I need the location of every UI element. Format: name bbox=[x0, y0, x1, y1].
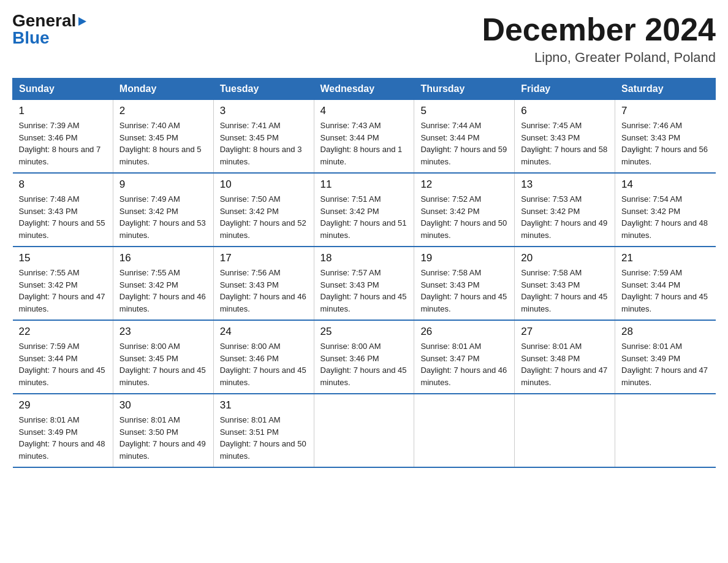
calendar-cell: 1 Sunrise: 7:39 AM Sunset: 3:46 PM Dayli… bbox=[13, 100, 113, 174]
calendar-cell: 2 Sunrise: 7:40 AM Sunset: 3:45 PM Dayli… bbox=[113, 100, 213, 174]
day-info: Sunrise: 7:49 AM Sunset: 3:42 PM Dayligh… bbox=[119, 193, 207, 241]
day-info: Sunrise: 8:01 AM Sunset: 3:47 PM Dayligh… bbox=[420, 340, 508, 388]
day-info: Sunrise: 7:50 AM Sunset: 3:42 PM Dayligh… bbox=[220, 193, 308, 241]
day-number: 22 bbox=[19, 326, 107, 338]
calendar-cell: 29 Sunrise: 8:01 AM Sunset: 3:49 PM Dayl… bbox=[13, 394, 113, 467]
day-number: 25 bbox=[320, 326, 408, 338]
calendar-cell: 13 Sunrise: 7:53 AM Sunset: 3:42 PM Dayl… bbox=[515, 173, 615, 247]
calendar-cell: 9 Sunrise: 7:49 AM Sunset: 3:42 PM Dayli… bbox=[113, 173, 213, 247]
calendar-cell: 21 Sunrise: 7:59 AM Sunset: 3:44 PM Dayl… bbox=[615, 247, 716, 320]
day-info: Sunrise: 8:00 AM Sunset: 3:46 PM Dayligh… bbox=[220, 340, 308, 388]
logo-general-text: General bbox=[12, 12, 76, 29]
calendar-cell: 23 Sunrise: 8:00 AM Sunset: 3:45 PM Dayl… bbox=[113, 320, 213, 394]
day-info: Sunrise: 8:01 AM Sunset: 3:49 PM Dayligh… bbox=[19, 414, 107, 462]
day-number: 19 bbox=[420, 252, 508, 264]
calendar-cell: 16 Sunrise: 7:55 AM Sunset: 3:42 PM Dayl… bbox=[113, 247, 213, 320]
calendar-cell: 26 Sunrise: 8:01 AM Sunset: 3:47 PM Dayl… bbox=[414, 320, 515, 394]
day-number: 16 bbox=[119, 252, 207, 264]
calendar-cell: 5 Sunrise: 7:44 AM Sunset: 3:44 PM Dayli… bbox=[414, 100, 515, 174]
day-info: Sunrise: 7:58 AM Sunset: 3:43 PM Dayligh… bbox=[420, 267, 508, 315]
calendar-week-row: 8 Sunrise: 7:48 AM Sunset: 3:43 PM Dayli… bbox=[13, 173, 716, 247]
calendar-cell: 24 Sunrise: 8:00 AM Sunset: 3:46 PM Dayl… bbox=[213, 320, 314, 394]
day-info: Sunrise: 8:00 AM Sunset: 3:46 PM Dayligh… bbox=[320, 340, 408, 388]
day-info: Sunrise: 7:53 AM Sunset: 3:42 PM Dayligh… bbox=[521, 193, 609, 241]
logo-triangle-icon bbox=[78, 17, 86, 26]
day-number: 29 bbox=[19, 399, 107, 412]
calendar-cell: 17 Sunrise: 7:56 AM Sunset: 3:43 PM Dayl… bbox=[213, 247, 314, 320]
day-number: 28 bbox=[621, 326, 709, 338]
day-info: Sunrise: 7:46 AM Sunset: 3:43 PM Dayligh… bbox=[621, 120, 709, 167]
day-info: Sunrise: 7:39 AM Sunset: 3:46 PM Dayligh… bbox=[19, 120, 107, 167]
header-saturday: Saturday bbox=[615, 79, 716, 100]
logo: General Blue bbox=[12, 12, 86, 47]
calendar-cell bbox=[515, 394, 615, 467]
calendar-cell: 25 Sunrise: 8:00 AM Sunset: 3:46 PM Dayl… bbox=[314, 320, 414, 394]
day-info: Sunrise: 7:59 AM Sunset: 3:44 PM Dayligh… bbox=[19, 340, 107, 388]
day-info: Sunrise: 8:01 AM Sunset: 3:48 PM Dayligh… bbox=[521, 340, 609, 388]
calendar-cell bbox=[314, 394, 414, 467]
calendar-cell: 8 Sunrise: 7:48 AM Sunset: 3:43 PM Dayli… bbox=[13, 173, 113, 247]
day-info: Sunrise: 7:41 AM Sunset: 3:45 PM Dayligh… bbox=[220, 120, 308, 167]
day-number: 4 bbox=[320, 105, 408, 117]
calendar-cell: 11 Sunrise: 7:51 AM Sunset: 3:42 PM Dayl… bbox=[314, 173, 414, 247]
day-number: 10 bbox=[220, 178, 308, 191]
day-number: 30 bbox=[119, 399, 207, 412]
day-info: Sunrise: 7:56 AM Sunset: 3:43 PM Dayligh… bbox=[220, 267, 308, 315]
day-info: Sunrise: 7:43 AM Sunset: 3:44 PM Dayligh… bbox=[320, 120, 408, 167]
calendar-cell: 10 Sunrise: 7:50 AM Sunset: 3:42 PM Dayl… bbox=[213, 173, 314, 247]
calendar-cell: 28 Sunrise: 8:01 AM Sunset: 3:49 PM Dayl… bbox=[615, 320, 716, 394]
day-info: Sunrise: 8:01 AM Sunset: 3:51 PM Dayligh… bbox=[220, 414, 308, 462]
header-tuesday: Tuesday bbox=[213, 79, 314, 100]
header: General Blue December 2024 Lipno, Greate… bbox=[12, 12, 716, 66]
day-number: 24 bbox=[220, 326, 308, 338]
day-info: Sunrise: 8:00 AM Sunset: 3:45 PM Dayligh… bbox=[119, 340, 207, 388]
calendar-cell: 19 Sunrise: 7:58 AM Sunset: 3:43 PM Dayl… bbox=[414, 247, 515, 320]
location-title: Lipno, Greater Poland, Poland bbox=[482, 50, 716, 66]
calendar-cell: 22 Sunrise: 7:59 AM Sunset: 3:44 PM Dayl… bbox=[13, 320, 113, 394]
day-info: Sunrise: 7:44 AM Sunset: 3:44 PM Dayligh… bbox=[420, 120, 508, 167]
calendar-cell: 20 Sunrise: 7:58 AM Sunset: 3:43 PM Dayl… bbox=[515, 247, 615, 320]
day-info: Sunrise: 8:01 AM Sunset: 3:49 PM Dayligh… bbox=[621, 340, 709, 388]
day-number: 13 bbox=[521, 178, 609, 191]
day-info: Sunrise: 7:55 AM Sunset: 3:42 PM Dayligh… bbox=[119, 267, 207, 315]
calendar-cell: 15 Sunrise: 7:55 AM Sunset: 3:42 PM Dayl… bbox=[13, 247, 113, 320]
day-number: 23 bbox=[119, 326, 207, 338]
day-info: Sunrise: 7:40 AM Sunset: 3:45 PM Dayligh… bbox=[119, 120, 207, 167]
calendar-cell bbox=[615, 394, 716, 467]
calendar-table: Sunday Monday Tuesday Wednesday Thursday… bbox=[12, 78, 716, 468]
day-number: 8 bbox=[19, 178, 107, 191]
month-title: December 2024 bbox=[482, 12, 716, 47]
calendar-cell: 14 Sunrise: 7:54 AM Sunset: 3:42 PM Dayl… bbox=[615, 173, 716, 247]
logo-blue-text: Blue bbox=[12, 29, 50, 47]
day-number: 1 bbox=[19, 105, 107, 117]
day-number: 9 bbox=[119, 178, 207, 191]
day-info: Sunrise: 7:55 AM Sunset: 3:42 PM Dayligh… bbox=[19, 267, 107, 315]
header-monday: Monday bbox=[113, 79, 213, 100]
day-number: 15 bbox=[19, 252, 107, 264]
weekday-header-row: Sunday Monday Tuesday Wednesday Thursday… bbox=[13, 79, 716, 100]
day-number: 2 bbox=[119, 105, 207, 117]
calendar-week-row: 29 Sunrise: 8:01 AM Sunset: 3:49 PM Dayl… bbox=[13, 394, 716, 467]
calendar-cell: 27 Sunrise: 8:01 AM Sunset: 3:48 PM Dayl… bbox=[515, 320, 615, 394]
day-info: Sunrise: 7:57 AM Sunset: 3:43 PM Dayligh… bbox=[320, 267, 408, 315]
calendar-cell: 3 Sunrise: 7:41 AM Sunset: 3:45 PM Dayli… bbox=[213, 100, 314, 174]
day-number: 27 bbox=[521, 326, 609, 338]
day-info: Sunrise: 7:58 AM Sunset: 3:43 PM Dayligh… bbox=[521, 267, 609, 315]
day-number: 14 bbox=[621, 178, 709, 191]
header-friday: Friday bbox=[515, 79, 615, 100]
day-number: 5 bbox=[420, 105, 508, 117]
calendar-cell: 6 Sunrise: 7:45 AM Sunset: 3:43 PM Dayli… bbox=[515, 100, 615, 174]
day-number: 26 bbox=[420, 326, 508, 338]
day-number: 31 bbox=[220, 399, 308, 412]
day-number: 17 bbox=[220, 252, 308, 264]
day-info: Sunrise: 8:01 AM Sunset: 3:50 PM Dayligh… bbox=[119, 414, 207, 462]
day-number: 7 bbox=[621, 105, 709, 117]
day-info: Sunrise: 7:51 AM Sunset: 3:42 PM Dayligh… bbox=[320, 193, 408, 241]
day-info: Sunrise: 7:45 AM Sunset: 3:43 PM Dayligh… bbox=[521, 120, 609, 167]
header-sunday: Sunday bbox=[13, 79, 113, 100]
day-number: 6 bbox=[521, 105, 609, 117]
calendar-cell: 31 Sunrise: 8:01 AM Sunset: 3:51 PM Dayl… bbox=[213, 394, 314, 467]
day-info: Sunrise: 7:48 AM Sunset: 3:43 PM Dayligh… bbox=[19, 193, 107, 241]
day-number: 12 bbox=[420, 178, 508, 191]
day-info: Sunrise: 7:52 AM Sunset: 3:42 PM Dayligh… bbox=[420, 193, 508, 241]
